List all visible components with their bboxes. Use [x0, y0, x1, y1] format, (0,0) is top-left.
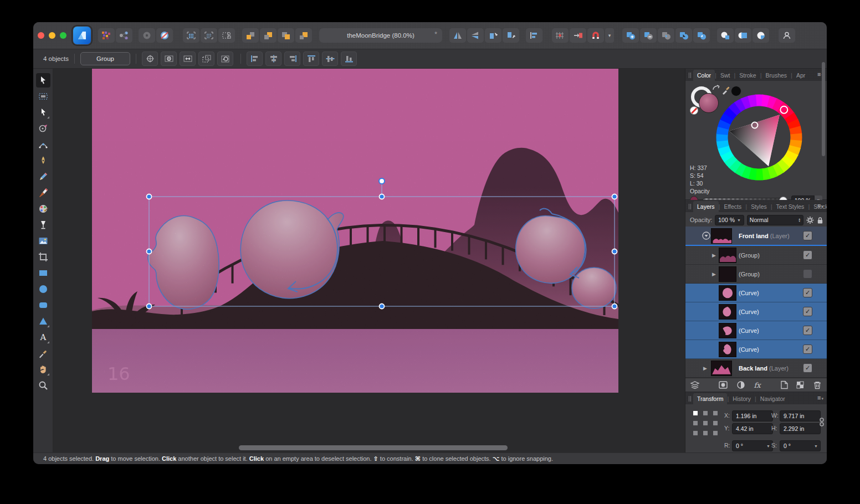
align-right-icon[interactable]: [284, 52, 300, 66]
align-bottom-icon[interactable]: [341, 52, 357, 66]
snap-grid-icon[interactable]: [552, 28, 569, 43]
pixel-persona-icon[interactable]: [98, 28, 115, 43]
close-button[interactable]: [38, 32, 44, 39]
transform-origin-icon[interactable]: [142, 52, 158, 66]
affinity-designer-logo-icon[interactable]: [73, 27, 91, 44]
scale-with-object-icon[interactable]: [180, 52, 196, 66]
tab-styles[interactable]: Styles: [747, 201, 771, 212]
blend-options-gear-icon[interactable]: [806, 216, 814, 224]
layer-thumbnail[interactable]: [719, 248, 736, 263]
layer-visibility-checkbox[interactable]: [803, 269, 812, 279]
boolean-combine-icon[interactable]: [693, 28, 710, 43]
boolean-divide-icon[interactable]: [675, 28, 692, 43]
artboard-tool[interactable]: [36, 89, 50, 104]
lock-layer-icon[interactable]: [817, 216, 823, 224]
caret-down-icon[interactable]: ▾: [605, 28, 614, 43]
layer-row-back-land[interactable]: ▶Back land (Layer)✓: [685, 359, 827, 378]
tab-navigator[interactable]: Navigator: [756, 393, 789, 404]
layer-thumbnail[interactable]: [719, 266, 736, 282]
no-color-swatch[interactable]: [690, 106, 698, 115]
flip-horizontal-icon[interactable]: [449, 28, 466, 43]
layer-visibility-checkbox[interactable]: ✓: [803, 363, 812, 373]
transform-panel-menu-icon[interactable]: ≡: [817, 394, 823, 401]
layer-visibility-checkbox[interactable]: ✓: [803, 307, 812, 316]
tab-color[interactable]: Color: [693, 70, 715, 81]
boolean-subtract-icon[interactable]: [640, 28, 657, 43]
tab-brushes[interactable]: Brushes: [762, 70, 791, 81]
crop-tool[interactable]: [36, 250, 50, 264]
align-top-icon[interactable]: [303, 52, 319, 66]
add-layer-icon[interactable]: [779, 380, 788, 389]
layer-visibility-checkbox[interactable]: ✓: [803, 326, 812, 335]
layer-row-front-land[interactable]: Front land (Layer)✓: [685, 227, 827, 246]
place-image-tool[interactable]: [36, 234, 50, 248]
boolean-intersect-icon[interactable]: [658, 28, 674, 43]
align-left-icon[interactable]: [247, 52, 263, 66]
layer-visibility-checkbox[interactable]: ✓: [803, 344, 812, 354]
cycle-rotation-icon[interactable]: [217, 52, 233, 66]
x-field[interactable]: 1.196 in: [732, 410, 773, 421]
rotate-cw-icon[interactable]: [503, 28, 519, 43]
adjustment-layer-icon[interactable]: [736, 380, 746, 389]
node-tool[interactable]: [36, 105, 50, 120]
color-picker-tool[interactable]: [36, 346, 50, 361]
add-pixel-layer-icon[interactable]: [796, 380, 805, 389]
view-hand-tool[interactable]: [36, 362, 50, 377]
flower-disabled-icon[interactable]: [139, 28, 155, 43]
layer-visibility-checkbox[interactable]: ✓: [803, 288, 812, 297]
rotation-field[interactable]: 0 °▼: [732, 440, 773, 451]
margins-grid-icon[interactable]: [183, 28, 199, 43]
disclosure-expanded-icon[interactable]: [702, 232, 710, 240]
export-persona-icon[interactable]: [116, 28, 132, 43]
layer-visibility-checkbox[interactable]: ✓: [803, 250, 812, 260]
layer-thumbnail[interactable]: [719, 304, 736, 320]
pencil-tool[interactable]: [36, 169, 50, 184]
transform-separately-icon[interactable]: [198, 52, 214, 66]
zoom-window-button[interactable]: [60, 32, 66, 39]
layer-thumbnail[interactable]: [711, 228, 732, 244]
tab-text-styles[interactable]: Text Styles: [772, 201, 808, 212]
insert-on-top-icon[interactable]: [752, 28, 769, 43]
boolean-add-icon[interactable]: [622, 28, 639, 43]
layer-row-curve[interactable]: (Curve)✓: [685, 321, 827, 340]
align-center-h-icon[interactable]: [265, 52, 281, 66]
group-button[interactable]: Group: [80, 52, 130, 65]
layer-row-curve[interactable]: (Curve)✓: [685, 302, 827, 321]
order-front-icon[interactable]: [295, 28, 312, 43]
layers-opacity-field[interactable]: 100 %▼: [715, 215, 744, 225]
tab-swt[interactable]: Swt: [716, 70, 734, 81]
layer-visibility-checkbox[interactable]: ✓: [803, 231, 812, 240]
fill-gradient-tool[interactable]: [36, 218, 50, 232]
document-canvas[interactable]: 16: [92, 69, 618, 393]
y-field[interactable]: 4.42 in: [732, 423, 773, 434]
align-middle-v-icon[interactable]: [322, 52, 338, 66]
layer-row-curve[interactable]: (Curve)✓: [685, 340, 827, 359]
guides-grid-icon[interactable]: [201, 28, 217, 43]
disclosure-collapsed-icon[interactable]: ▶: [712, 271, 716, 277]
tab-effects[interactable]: Effects: [720, 201, 745, 212]
rectangle-tool[interactable]: [36, 266, 50, 280]
flower-slash-icon[interactable]: [156, 28, 173, 43]
disclosure-collapsed-icon[interactable]: ▶: [703, 366, 707, 371]
layer-effects-icon[interactable]: fx: [754, 381, 760, 389]
ellipse-tool[interactable]: [36, 282, 50, 296]
minimize-button[interactable]: [49, 32, 55, 39]
tab-apr[interactable]: Apr: [792, 70, 809, 81]
snapping-magnet-icon[interactable]: [587, 28, 604, 43]
rotate-ccw-icon[interactable]: [485, 28, 501, 43]
account-icon[interactable]: [779, 28, 795, 43]
w-field[interactable]: 9.717 in: [780, 410, 821, 421]
layer-row-curve[interactable]: (Curve)✓: [685, 284, 827, 302]
layer-row-group[interactable]: ▶(Group): [685, 265, 827, 284]
blend-mode-select[interactable]: Normal ▲▼: [747, 215, 803, 225]
horizontal-scrollbar[interactable]: [53, 445, 685, 450]
hide-selection-icon[interactable]: [161, 52, 177, 66]
delete-layer-icon[interactable]: [812, 380, 822, 389]
text-tool[interactable]: A: [36, 330, 50, 344]
link-dimensions-icon[interactable]: [820, 416, 824, 428]
layer-thumbnail[interactable]: [719, 342, 736, 357]
alignment-icon[interactable]: [526, 28, 542, 43]
document-title-button[interactable]: theMoonBridge (80.0%) *: [319, 28, 442, 43]
tab-transform[interactable]: Transform: [693, 393, 727, 404]
rounded-rectangle-tool[interactable]: [36, 298, 50, 312]
